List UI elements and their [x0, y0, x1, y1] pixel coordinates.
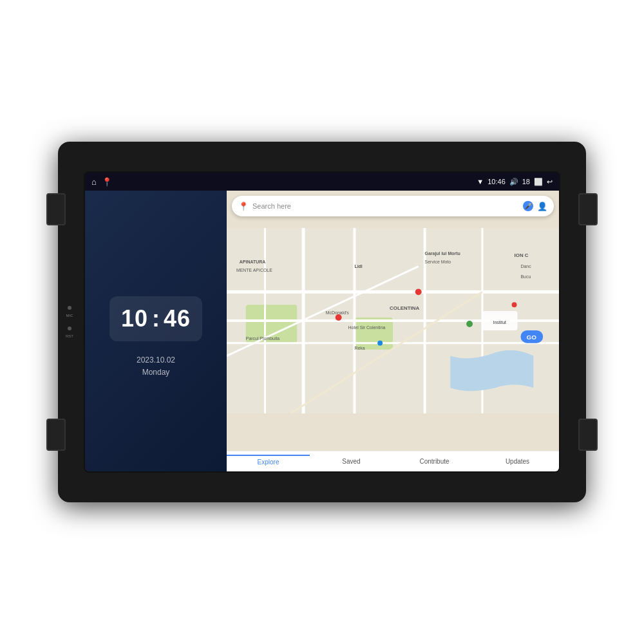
lower-section: Apps Navi — [85, 471, 559, 473]
status-left: ⌂ 📍 — [91, 177, 112, 187]
tab-saved[interactable]: Saved — [310, 455, 393, 468]
map-search-placeholder: Search here — [252, 202, 519, 210]
mic-search-icon[interactable]: 🎤 — [523, 201, 533, 211]
signal-icon: ▼ — [477, 178, 484, 185]
svg-text:Parcul Plumbuita: Parcul Plumbuita — [246, 336, 280, 341]
svg-point-17 — [512, 302, 517, 307]
svg-text:Lidl: Lidl — [354, 264, 362, 269]
maps-icon[interactable]: 📍 — [102, 177, 112, 187]
side-controls-left: MIC RST — [66, 306, 73, 338]
back-icon[interactable]: ↩ — [547, 178, 553, 186]
main-area: 10 : 46 2023.10.02 Monday — [85, 191, 559, 471]
volume-icon: 🔊 — [509, 178, 518, 186]
bracket-bl — [46, 419, 66, 451]
clock-widget: 10 : 46 — [109, 296, 202, 341]
svg-text:APINATURA: APINATURA — [240, 260, 265, 264]
clock-hours: 10 — [121, 305, 148, 332]
date-full: 2023.10.02 — [137, 354, 175, 366]
date-info: 2023.10.02 Monday — [137, 354, 175, 379]
svg-text:Service Moto: Service Moto — [425, 260, 451, 264]
car-unit: MIC RST ⌂ 📍 ▼ 10:46 🔊 18 ⬜ ↩ — [58, 142, 586, 502]
svg-point-15 — [466, 321, 473, 327]
screen: ⌂ 📍 ▼ 10:46 🔊 18 ⬜ ↩ 10 : — [84, 171, 560, 473]
battery-display: 18 — [522, 178, 530, 185]
rst-dot[interactable] — [68, 327, 71, 330]
account-icon[interactable]: 👤 — [537, 202, 547, 211]
map-tabs: Explore Saved Contribute Updates — [227, 451, 559, 471]
svg-point-16 — [377, 341, 383, 346]
svg-point-14 — [415, 289, 422, 295]
tab-updates[interactable]: Updates — [476, 455, 559, 468]
status-bar: ⌂ 📍 ▼ 10:46 🔊 18 ⬜ ↩ — [85, 173, 559, 191]
tab-explore[interactable]: Explore — [227, 455, 310, 468]
map-search[interactable]: 📍 Search here 🎤 👤 — [232, 196, 554, 216]
bracket-tr — [578, 193, 598, 225]
svg-text:Institut: Institut — [493, 320, 506, 325]
google-maps-pin-icon: 📍 — [238, 202, 249, 211]
map-area[interactable]: GO Institut APINATURA MENTE APICOLE Lidl… — [227, 191, 559, 451]
time-display: 10:46 — [488, 178, 506, 185]
svg-text:Reka: Reka — [354, 346, 365, 350]
rst-label: RST — [66, 334, 73, 338]
mic-dot — [68, 306, 71, 310]
clock-minutes: 46 — [164, 305, 191, 332]
svg-text:COLENTINA: COLENTINA — [390, 305, 419, 311]
date-day: Monday — [137, 366, 175, 379]
left-panel: 10 : 46 2023.10.02 Monday — [85, 191, 227, 471]
bracket-tl — [46, 193, 66, 225]
left-upper: 10 : 46 2023.10.02 Monday — [109, 204, 202, 471]
map-svg: GO Institut APINATURA MENTE APICOLE Lidl… — [227, 191, 559, 451]
svg-rect-2 — [354, 317, 393, 350]
right-panel: GO Institut APINATURA MENTE APICOLE Lidl… — [227, 191, 559, 471]
svg-text:ION C: ION C — [515, 252, 529, 258]
svg-text:McDonald's: McDonald's — [326, 310, 350, 315]
svg-text:Garajul lui Mortu: Garajul lui Mortu — [425, 251, 460, 256]
apps-row: Apps Navi — [85, 471, 426, 473]
status-right: ▼ 10:46 🔊 18 ⬜ ↩ — [477, 178, 553, 186]
mic-label: MIC — [66, 314, 73, 317]
svg-text:Bucu: Bucu — [520, 274, 531, 279]
svg-text:Hotel Sir Colentina: Hotel Sir Colentina — [348, 325, 386, 330]
home-icon[interactable]: ⌂ — [91, 177, 97, 187]
window-icon: ⬜ — [534, 178, 543, 186]
clock-colon: : — [152, 305, 160, 332]
svg-point-13 — [336, 314, 342, 321]
svg-text:MENTE APICOLE: MENTE APICOLE — [236, 268, 272, 272]
bracket-br — [578, 419, 598, 451]
tab-contribute[interactable]: Contribute — [393, 455, 476, 468]
svg-text:Danc: Danc — [520, 264, 531, 269]
svg-text:GO: GO — [527, 334, 537, 341]
